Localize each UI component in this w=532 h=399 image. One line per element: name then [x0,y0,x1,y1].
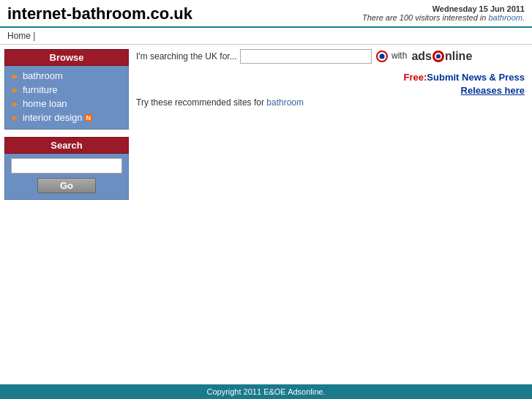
header-right: Wednesday 15 Jun 2011 There are 100 visi… [362,4,525,22]
sidebar-item-label: interior design [23,112,83,123]
go-button[interactable]: Go [37,178,96,193]
content-area: I'm searching the UK for... with adsnlin… [129,49,532,200]
search-title: Search [4,137,129,154]
press-free: Free: [404,72,427,83]
with-text: with [391,51,407,61]
sidebar-item-interior-design[interactable]: ► interior design N [5,111,128,124]
recommended-link[interactable]: bathroom [266,97,304,108]
press-submit: Submit News & Press [427,72,525,83]
date-text: Wednesday 15 Jun 2011 [362,4,525,13]
site-header: internet-bathroom.co.uk Wednesday 15 Jun… [0,0,532,28]
nav-separator: | [33,31,35,41]
visitors-text: There are 100 visitors interested in bat… [362,13,525,22]
sidebar-items: ► bathroom ► furniture ► home loan ► int… [4,66,129,130]
arrow-icon: ► [11,113,20,123]
sidebar-item-label: bathroom [23,70,63,81]
sidebar-item-home-loan[interactable]: ► home loan [5,97,128,111]
search-box-area: Go [4,154,129,200]
nav-bar: Home | [0,28,532,45]
sidebar-item-bathroom[interactable]: ► bathroom [5,69,128,83]
adsonline-o-icon [432,51,444,62]
search-section: Search Go [4,137,129,200]
radio-icon [376,51,388,62]
arrow-icon: ► [11,85,20,95]
copyright-text: Copyright 2011 E&OE Adsonline. [206,387,325,396]
sidebar-item-label: furniture [23,84,58,95]
site-title: internet-bathroom.co.uk [7,4,192,23]
visitors-link[interactable]: bathroom. [488,13,525,22]
uk-search-input[interactable] [240,49,372,64]
recommended-prefix: Try these recommended sites for [136,97,264,108]
arrow-icon: ► [11,71,20,81]
press-here-link[interactable]: Releases here [461,85,525,96]
recommended-text: Try these recommended sites for bathroom [136,97,525,108]
new-badge: N [85,114,93,122]
search-input[interactable] [11,158,122,174]
arrow-icon: ► [11,99,20,109]
browse-title: Browse [4,49,129,66]
visitors-prefix: There are 100 visitors interested in [362,13,486,22]
sidebar-item-furniture[interactable]: ► furniture [5,83,128,97]
main-layout: Browse ► bathroom ► furniture ► home loa… [0,45,532,200]
search-bar-row: I'm searching the UK for... with adsnlin… [136,49,525,64]
online-text: nline [445,50,472,63]
search-uk-label: I'm searching the UK for... [136,51,237,61]
adsonline-logo: adsnline [411,50,472,63]
nav-home[interactable]: Home [7,31,31,41]
sidebar: Browse ► bathroom ► furniture ► home loa… [4,49,129,200]
press-block: Free:Submit News & Press Releases here [136,71,525,97]
sidebar-item-label: home loan [23,98,67,109]
footer: Copyright 2011 E&OE Adsonline. [0,384,532,399]
with-label: with [376,51,408,62]
ads-text: ads [411,50,432,63]
